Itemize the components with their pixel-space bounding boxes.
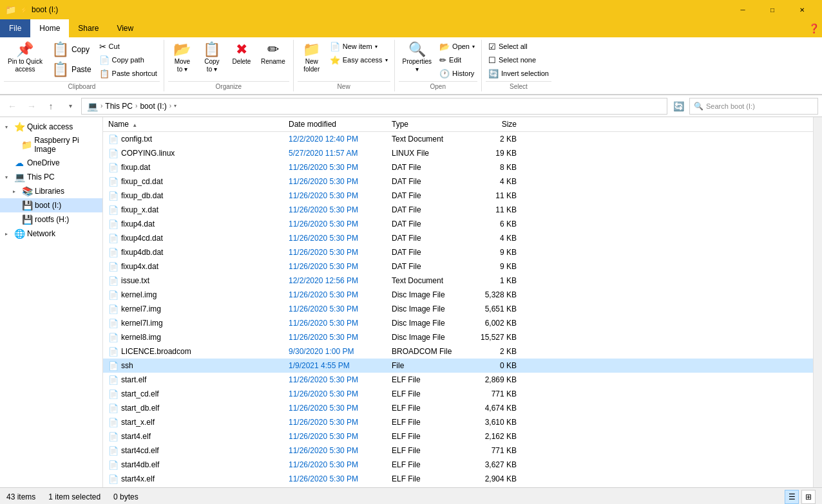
file-date: 11/26/2020 5:30 PM	[283, 176, 387, 187]
sidebar-item-quick-access[interactable]: ▾ ⭐ Quick access	[0, 120, 102, 134]
pin-to-quick-access-button[interactable]: 📌 Pin to Quickaccess	[4, 40, 46, 76]
tab-share[interactable]: Share	[69, 19, 108, 37]
breadcrumb-boot[interactable]: boot (I:)	[140, 102, 166, 111]
sidebar-item-boot[interactable]: 💾 boot (I:)	[0, 198, 102, 212]
back-button[interactable]: ←	[4, 98, 21, 115]
minimize-button[interactable]: ─	[728, 0, 758, 19]
file-date: 11/26/2020 5:30 PM	[283, 219, 387, 229]
table-row[interactable]: 📄wpa_supplicant.conf1/9/2021 4:58 PMCONF…	[103, 486, 813, 487]
table-row[interactable]: 📄start4x.elf11/26/2020 5:30 PMELF File2,…	[103, 472, 813, 486]
details-view-button[interactable]: ☰	[785, 490, 799, 504]
maximize-button[interactable]: □	[758, 0, 787, 19]
table-row[interactable]: 📄fixup4cd.dat11/26/2020 5:30 PMDAT File4…	[103, 231, 813, 245]
select-none-button[interactable]: ☐ Select none	[486, 53, 551, 66]
file-icon: 📄	[108, 432, 119, 442]
copy-button[interactable]: 📋 Copy	[48, 40, 95, 59]
paste-shortcut-button[interactable]: 📋 Paste shortcut	[97, 67, 160, 80]
sidebar-item-libraries[interactable]: ▸ 📚 Libraries	[0, 184, 102, 198]
file-date: 11/26/2020 5:30 PM	[283, 417, 387, 427]
table-row[interactable]: 📄LICENCE.broadcom9/30/2020 1:00 PMBROADC…	[103, 344, 813, 359]
header-date[interactable]: Date modified	[283, 117, 387, 131]
table-row[interactable]: 📄fixup4db.dat11/26/2020 5:30 PMDAT File9…	[103, 245, 813, 259]
table-row[interactable]: 📄fixup.dat11/26/2020 5:30 PMDAT File8 KB	[103, 160, 813, 174]
paste-button[interactable]: 📋 Paste	[48, 60, 95, 79]
table-row[interactable]: 📄kernel7.img11/26/2020 5:30 PMDisc Image…	[103, 302, 813, 316]
table-row[interactable]: 📄fixup_x.dat11/26/2020 5:30 PMDAT File11…	[103, 203, 813, 217]
table-row[interactable]: 📄start_cd.elf11/26/2020 5:30 PMELF File7…	[103, 387, 813, 401]
file-icon: 📄	[108, 347, 119, 357]
new-item-button[interactable]: 📄 New item ▾	[327, 40, 390, 53]
table-row[interactable]: 📄ssh1/9/2021 4:55 PMFile0 KB	[103, 359, 813, 373]
table-row[interactable]: 📄issue.txt12/2/2020 12:56 PMText Documen…	[103, 274, 813, 288]
file-date: 11/26/2020 5:30 PM	[283, 318, 387, 328]
rootfs-drive-icon: 💾	[22, 214, 32, 225]
table-row[interactable]: 📄start_x.elf11/26/2020 5:30 PMELF File3,…	[103, 415, 813, 429]
cut-button[interactable]: ✂ Cut	[97, 40, 160, 53]
file-date: 11/26/2020 5:30 PM	[283, 445, 387, 456]
breadcrumb[interactable]: 💻 › This PC › boot (I:) › ▾	[81, 98, 667, 115]
new-folder-label: Newfolder	[303, 58, 320, 73]
table-row[interactable]: 📄start4.elf11/26/2020 5:30 PMELF File2,1…	[103, 429, 813, 443]
easy-access-label: Easy access	[343, 56, 383, 64]
forward-button[interactable]: →	[23, 98, 40, 115]
file-rows-container: 📄config.txt12/2/2020 12:40 PMText Docume…	[103, 132, 813, 487]
header-size[interactable]: Size	[470, 117, 522, 131]
delete-button[interactable]: ✖ Delete	[227, 40, 256, 68]
copy-path-button[interactable]: 📄 Copy path	[97, 53, 160, 66]
invert-selection-button[interactable]: 🔄 Invert selection	[486, 67, 551, 80]
table-row[interactable]: 📄start.elf11/26/2020 5:30 PMELF File2,86…	[103, 373, 813, 387]
table-row[interactable]: 📄start_db.elf11/26/2020 5:30 PMELF File4…	[103, 401, 813, 415]
table-row[interactable]: 📄kernel8.img11/26/2020 5:30 PMDisc Image…	[103, 330, 813, 344]
new-group-label: New	[298, 81, 390, 91]
header-type[interactable]: Type	[387, 117, 470, 131]
file-type: DAT File	[387, 247, 470, 257]
file-name: fixup4db.dat	[121, 248, 163, 257]
close-button[interactable]: ✕	[787, 0, 817, 19]
file-size: 2 KB	[470, 346, 522, 357]
refresh-button[interactable]: 🔄	[670, 98, 687, 115]
this-pc-icon: 💻	[14, 172, 24, 182]
move-to-button[interactable]: 📂 Moveto ▾	[168, 40, 196, 76]
header-name[interactable]: Name ▲	[103, 117, 283, 131]
table-row[interactable]: 📄fixup_cd.dat11/26/2020 5:30 PMDAT File4…	[103, 174, 813, 189]
sidebar-item-onedrive[interactable]: ☁ OneDrive	[0, 156, 102, 170]
table-row[interactable]: 📄start4cd.elf11/26/2020 5:30 PMELF File7…	[103, 443, 813, 458]
file-icon: 📄	[108, 375, 119, 385]
sidebar-item-rootfs[interactable]: 💾 rootfs (H:)	[0, 212, 102, 227]
table-row[interactable]: 📄config.txt12/2/2020 12:40 PMText Docume…	[103, 132, 813, 146]
ribbon-body: 📌 Pin to Quickaccess 📋 Copy 📋 Paste	[0, 37, 822, 95]
edit-button[interactable]: ✏ Edit	[437, 53, 477, 66]
tab-file[interactable]: File	[0, 19, 30, 37]
search-box[interactable]: 🔍 Search boot (I:)	[689, 98, 818, 115]
properties-button[interactable]: 🔍 Properties▾	[399, 40, 436, 76]
help-button[interactable]: ❓	[805, 19, 822, 37]
ribbon-tabs: File Home Share View ❓	[0, 19, 822, 37]
table-row[interactable]: 📄kernel7l.img11/26/2020 5:30 PMDisc Imag…	[103, 316, 813, 330]
tab-home[interactable]: Home	[30, 19, 69, 37]
rename-button[interactable]: ✏ Rename	[257, 40, 289, 68]
history-button[interactable]: 🕐 History	[437, 67, 477, 80]
table-row[interactable]: 📄start4db.elf11/26/2020 5:30 PMELF File3…	[103, 458, 813, 472]
sidebar: ▾ ⭐ Quick access 📁 Raspberry Pi Image ☁ …	[0, 117, 103, 487]
table-row[interactable]: 📄kernel.img11/26/2020 5:30 PMDisc Image …	[103, 288, 813, 302]
file-name: start4cd.elf	[121, 446, 159, 455]
up-button[interactable]: ↑	[43, 98, 59, 115]
breadcrumb-this-pc[interactable]: This PC	[105, 102, 133, 111]
new-folder-button[interactable]: 📁 Newfolder	[298, 40, 326, 76]
table-row[interactable]: 📄fixup4x.dat11/26/2020 5:30 PMDAT File9 …	[103, 259, 813, 274]
file-name: kernel7l.img	[121, 319, 163, 328]
sidebar-item-this-pc[interactable]: ▾ 💻 This PC	[0, 170, 102, 184]
properties-icon: 🔍	[408, 42, 426, 57]
sidebar-item-network[interactable]: ▸ 🌐 Network	[0, 227, 102, 241]
recent-button[interactable]: ▾	[62, 98, 79, 115]
table-row[interactable]: 📄fixup_db.dat11/26/2020 5:30 PMDAT File1…	[103, 189, 813, 203]
open-button[interactable]: 📂 Open ▾	[437, 40, 477, 53]
sidebar-item-raspberry[interactable]: 📁 Raspberry Pi Image	[0, 134, 102, 156]
table-row[interactable]: 📄fixup4.dat11/26/2020 5:30 PMDAT File6 K…	[103, 217, 813, 231]
table-row[interactable]: 📄COPYING.linux5/27/2020 11:57 AMLINUX Fi…	[103, 146, 813, 160]
select-all-button[interactable]: ☑ Select all	[486, 40, 551, 53]
tab-view[interactable]: View	[108, 19, 142, 37]
large-icons-view-button[interactable]: ⊞	[801, 490, 816, 504]
copy-to-button[interactable]: 📋 Copyto ▾	[198, 40, 226, 76]
easy-access-button[interactable]: ⭐ Easy access ▾	[327, 53, 390, 66]
